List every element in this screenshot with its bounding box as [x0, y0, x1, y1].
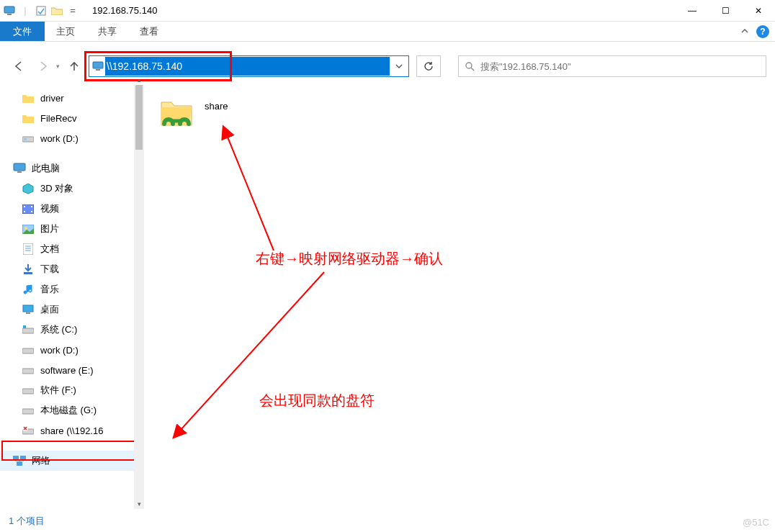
annotation-text-2: 会出现同款的盘符 — [259, 391, 375, 410]
svg-rect-0 — [4, 6, 14, 13]
scroll-down-icon[interactable]: ▾ — [134, 499, 144, 509]
tree-item[interactable]: 视频 — [0, 199, 134, 219]
svg-rect-33 — [13, 456, 19, 460]
content-pane[interactable]: share 右键→映射网络驱动器→确认 会出现同款的盘符 — [144, 85, 775, 509]
navigation-tree[interactable]: driver FileRecv work (D:) 此电脑 3D 对象 视频 图… — [0, 85, 134, 509]
help-icon[interactable]: ? — [756, 25, 769, 38]
svg-rect-29 — [22, 389, 34, 394]
quick-access-toolbar: | = — [0, 4, 79, 17]
svg-rect-18 — [23, 243, 33, 255]
tree-label: 图片 — [40, 222, 59, 235]
ribbon-collapse-icon[interactable] — [740, 27, 749, 36]
tree-item[interactable]: 本地磁盘 (G:) — [0, 400, 134, 420]
refresh-button[interactable] — [416, 55, 441, 77]
tree-item-this-pc[interactable]: 此电脑 — [0, 158, 134, 179]
main-area: driver FileRecv work (D:) 此电脑 3D 对象 视频 图… — [0, 85, 775, 509]
music-icon — [22, 283, 35, 296]
tree-label: 网络 — [32, 454, 50, 467]
svg-line-6 — [471, 68, 474, 71]
tree-scrollbar[interactable]: ▴ ▾ — [134, 85, 144, 509]
minimize-button[interactable]: — — [676, 0, 709, 22]
tree-item[interactable]: 3D 对象 — [0, 179, 134, 199]
tree-item[interactable]: work (D:) — [0, 340, 134, 360]
svg-rect-2 — [37, 6, 45, 15]
svg-point-5 — [466, 63, 472, 68]
item-label: share — [205, 101, 228, 112]
svg-rect-10 — [17, 171, 22, 173]
downloads-icon — [22, 263, 35, 276]
tree-item[interactable]: driver — [0, 88, 134, 108]
tree-item[interactable]: 文档 — [0, 239, 134, 259]
documents-icon — [22, 243, 35, 256]
desktop-icon — [22, 303, 35, 316]
video-icon — [22, 202, 35, 215]
svg-point-17 — [24, 227, 27, 230]
address-bar[interactable] — [89, 55, 409, 77]
svg-rect-15 — [31, 211, 32, 212]
forward-button[interactable] — [33, 56, 53, 76]
tree-label: 文档 — [40, 243, 59, 256]
tree-label: 音乐 — [40, 283, 59, 296]
svg-rect-12 — [24, 206, 25, 207]
search-input[interactable] — [480, 61, 766, 72]
maximize-button[interactable]: ☐ — [709, 0, 742, 22]
address-input[interactable] — [105, 57, 390, 76]
svg-rect-9 — [14, 163, 25, 171]
svg-rect-13 — [24, 211, 25, 212]
tree-label: work (D:) — [40, 345, 79, 356]
tree-item[interactable]: 音乐 — [0, 279, 134, 299]
properties-icon[interactable] — [35, 4, 48, 17]
svg-rect-14 — [31, 206, 32, 207]
qat-dropdown-icon[interactable]: = — [66, 4, 79, 17]
svg-rect-27 — [22, 348, 34, 353]
back-button[interactable] — [9, 56, 29, 76]
tree-item[interactable]: 下载 — [0, 259, 134, 279]
tree-item[interactable]: work (D:) — [0, 128, 134, 148]
tree-item[interactable]: 软件 (F:) — [0, 380, 134, 400]
svg-rect-3 — [93, 62, 103, 68]
drive-icon — [22, 384, 35, 397]
annotation-arrow-1 — [216, 128, 281, 258]
svg-rect-23 — [23, 305, 33, 312]
tree-item[interactable]: software (E:) — [0, 360, 134, 380]
tree-item[interactable]: FileRecv — [0, 108, 134, 128]
tab-share[interactable]: 共享 — [86, 22, 128, 41]
tree-item-network-drive[interactable]: share (\\192.16 — [0, 420, 134, 441]
tree-label: driver — [40, 93, 64, 104]
scroll-thumb[interactable] — [135, 85, 143, 150]
tree-item[interactable]: 图片 — [0, 219, 134, 239]
svg-rect-24 — [26, 312, 30, 314]
annotation-arrow-2 — [173, 265, 331, 438]
up-button[interactable] — [64, 56, 84, 76]
svg-rect-22 — [24, 272, 32, 274]
scroll-up-icon[interactable]: ▴ — [134, 75, 144, 85]
address-dropdown-icon[interactable] — [390, 63, 408, 70]
svg-line-37 — [227, 135, 274, 251]
tree-item[interactable]: 桌面 — [0, 299, 134, 320]
search-box[interactable] — [458, 55, 766, 77]
tree-label: 桌面 — [40, 303, 59, 316]
tree-item-network[interactable]: 网络 — [0, 451, 134, 471]
qat-separator: | — [19, 4, 32, 17]
drive-icon — [22, 364, 35, 377]
tree-label: 视频 — [40, 202, 59, 215]
tree-label: 本地磁盘 (G:) — [40, 404, 97, 417]
file-tab[interactable]: 文件 — [0, 22, 45, 41]
shared-folder-icon — [158, 96, 194, 132]
os-drive-icon — [22, 323, 35, 336]
tree-label: 此电脑 — [32, 162, 60, 175]
svg-rect-8 — [24, 138, 27, 140]
close-button[interactable]: ✕ — [742, 0, 775, 22]
tab-home[interactable]: 主页 — [45, 22, 86, 41]
navigation-row: ▾ — [0, 50, 775, 82]
folder-item-share[interactable]: share — [158, 96, 228, 132]
tree-item[interactable]: 系统 (C:) — [0, 320, 134, 340]
network-icon — [13, 454, 26, 467]
search-icon — [465, 61, 475, 71]
3d-objects-icon — [22, 182, 35, 195]
folder-small-icon[interactable] — [50, 4, 63, 17]
history-dropdown-icon[interactable]: ▾ — [56, 63, 60, 70]
tab-view[interactable]: 查看 — [128, 22, 170, 41]
window-controls: — ☐ ✕ — [676, 0, 775, 22]
ribbon-tabs: 文件 主页 共享 查看 ? — [0, 22, 775, 42]
